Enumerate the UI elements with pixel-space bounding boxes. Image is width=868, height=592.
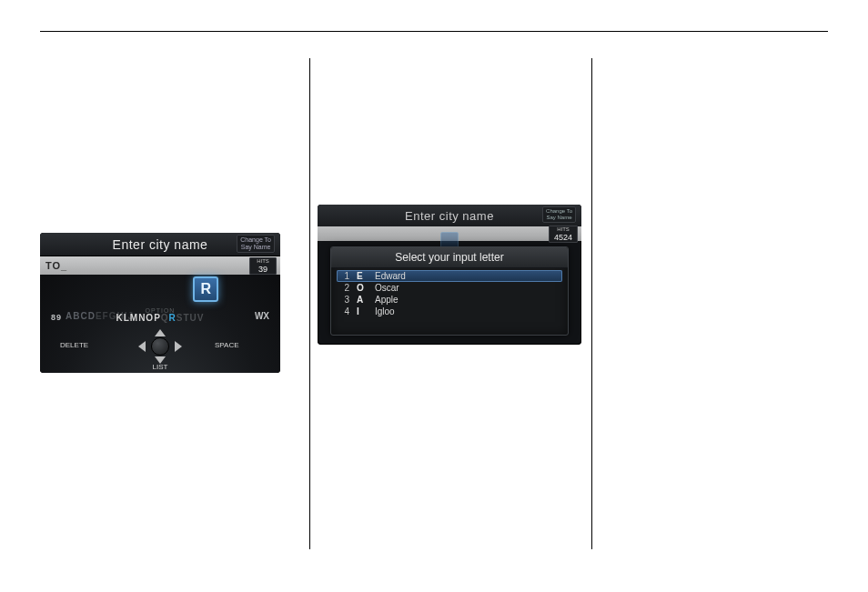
nav-up-icon[interactable] (155, 329, 166, 336)
control-knob-icon[interactable] (151, 337, 169, 356)
row-word: Igloo (375, 306, 559, 316)
hits-counter: HITS 4524 (549, 226, 578, 243)
letter-option-row[interactable]: 2 O Oscar (337, 282, 562, 294)
nav-controls (138, 329, 182, 364)
arc-letters-right: WX (255, 311, 269, 321)
arc-bright-left: ABCD (66, 311, 96, 321)
screen-title: Enter city name (113, 237, 208, 252)
screen-header: Enter city name Change To Say Name (318, 205, 581, 226)
delete-label[interactable]: DELETE (60, 341, 88, 349)
hits-label: HITS (255, 258, 271, 265)
letter-options-list: 1 E Edward 2 O Oscar 3 A Apple 4 I Igloo (331, 268, 568, 319)
select-input-letter-screen: Enter city name Change To Say Name HITS … (318, 205, 581, 345)
arc-numbers: 89 (51, 313, 62, 322)
input-letter-modal: Select your input letter 1 E Edward 2 O … (330, 246, 569, 336)
row-word: Edward (375, 271, 559, 281)
change-to-say-name-button[interactable]: Change To Say Name (237, 235, 275, 253)
letter-option-row[interactable]: 1 E Edward (337, 270, 562, 282)
letter-wheel-area[interactable]: R 89 ABCDEFGHIJ KLMNOPQRSTUV WX OPTION D… (40, 275, 280, 373)
column-divider-2 (591, 58, 592, 549)
row-letter: I (357, 306, 368, 316)
input-row: TO_ HITS 39 (40, 256, 280, 275)
hits-value: 4524 (554, 233, 572, 242)
change-to-say-name-button[interactable]: Change To Say Name (542, 206, 576, 223)
row-index: 1 (340, 271, 349, 281)
option-label: OPTION (146, 307, 176, 314)
nav-right-icon[interactable] (175, 341, 182, 352)
hits-value: 39 (255, 265, 271, 274)
row-index: 3 (340, 295, 349, 305)
nav-left-icon[interactable] (138, 341, 146, 352)
column-divider-1 (309, 58, 310, 549)
list-label[interactable]: LIST (153, 363, 168, 371)
row-letter: E (357, 271, 368, 281)
screen-header: Enter city name Change To Say Name (40, 233, 280, 256)
letter-option-row[interactable]: 3 A Apple (337, 294, 562, 306)
arc-center-bright: KLMNOP (116, 313, 160, 323)
row-index: 2 (340, 283, 349, 293)
row-word: Apple (375, 295, 559, 305)
space-label[interactable]: SPACE (215, 341, 239, 349)
arc-letters-center: KLMNOPQRSTUV (116, 313, 204, 323)
row-letter: A (357, 295, 368, 305)
row-word: Oscar (375, 283, 559, 293)
row-letter: O (357, 283, 368, 293)
city-name-input[interactable]: TO_ (40, 260, 67, 271)
enter-city-name-keyboard-screen: Enter city name Change To Say Name TO_ H… (40, 233, 280, 373)
arc-dim-right: STUV (177, 313, 205, 323)
hits-label: HITS (554, 226, 572, 233)
nav-middle-row (138, 337, 182, 356)
letter-option-row[interactable]: 4 I Igloo (337, 306, 562, 317)
modal-title: Select your input letter (331, 247, 568, 268)
screen-title: Enter city name (405, 209, 494, 223)
page-top-rule (40, 31, 828, 32)
hits-counter: HITS 39 (249, 257, 277, 275)
row-index: 4 (340, 306, 349, 316)
arc-q: Q (161, 313, 169, 323)
